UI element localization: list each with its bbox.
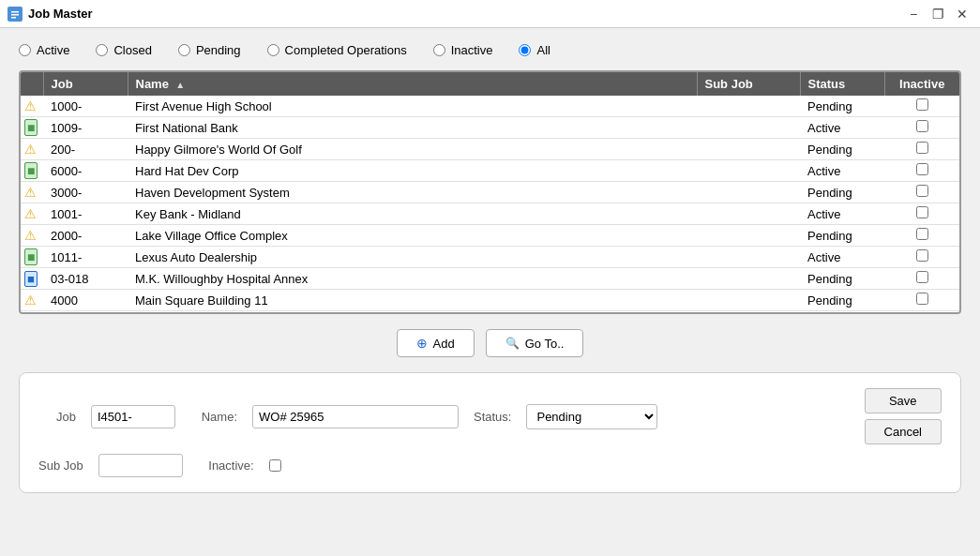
filter-active[interactable]: Active [19, 43, 69, 57]
warning-icon: ⚠ [24, 293, 37, 308]
jobs-table: Job Name ▲ Sub Job Status Inactive [21, 72, 959, 314]
name-input[interactable] [252, 405, 459, 428]
info-icon: ■ [24, 271, 38, 287]
subjob-input[interactable] [98, 454, 183, 477]
row-inactive [884, 117, 959, 139]
row-status: Active [800, 311, 884, 315]
svg-rect-1 [11, 11, 19, 13]
subjob-label: Sub Job [38, 458, 83, 473]
row-job: 1001- [43, 203, 128, 225]
row-name: Orange Retail Center [128, 311, 697, 315]
minimize-button[interactable]: − [903, 4, 924, 24]
table-row[interactable]: ⚠ 1001- Key Bank - Midland Active [21, 203, 959, 225]
row-status: Active [800, 203, 884, 225]
row-icon-cell: ⚠ [21, 290, 43, 311]
actions-row: ⊕ Add 🔍 Go To.. [19, 329, 961, 357]
row-inactive-check[interactable] [916, 185, 928, 197]
warning-icon: ⚠ [24, 142, 37, 157]
col-job[interactable]: Job [43, 72, 128, 96]
inactive-label: Inactive: [198, 458, 254, 473]
table-row[interactable]: ⚠ 2000- Lake Village Office Complex Pend… [21, 225, 959, 247]
form-panel: Job Name: Status: ActivePendingClosedCom… [19, 372, 961, 493]
filter-inactive[interactable]: Inactive [433, 43, 493, 57]
row-name: First Avenue High School [128, 96, 697, 117]
table-row[interactable]: ⚠ 200- Happy Gilmore's World Of Golf Pen… [21, 139, 959, 160]
row-status: Pending [800, 290, 884, 311]
row-icon-cell: ■ [21, 268, 43, 290]
row-job: 200- [43, 139, 128, 160]
row-inactive [884, 203, 959, 225]
restore-button[interactable]: ❐ [927, 4, 948, 24]
row-icon-cell: ⚠ [21, 96, 43, 117]
goto-button[interactable]: 🔍 Go To.. [486, 329, 584, 357]
table-row[interactable]: ■ 1011- Lexus Auto Dealership Active [21, 247, 959, 268]
row-inactive-check[interactable] [916, 163, 928, 175]
row-status: Active [800, 160, 884, 182]
jobs-table-wrapper: Job Name ▲ Sub Job Status Inactive [19, 70, 961, 314]
row-icon-cell: ■ [21, 117, 43, 139]
col-inactive[interactable]: Inactive [884, 72, 959, 96]
save-button[interactable]: Save [865, 388, 942, 413]
col-subjob[interactable]: Sub Job [697, 72, 800, 96]
row-inactive-check[interactable] [916, 142, 928, 154]
row-inactive-check[interactable] [916, 98, 928, 111]
table-row[interactable]: ⚠ 1000- First Avenue High School Pending [21, 96, 959, 117]
add-icon: ⊕ [416, 336, 428, 351]
table-row[interactable]: ⚠ 4000 Main Square Building 11 Pending [21, 290, 959, 311]
filter-all[interactable]: All [519, 43, 550, 57]
row-job: 1010- [43, 311, 128, 315]
row-name: Happy Gilmore's World Of Golf [128, 139, 697, 160]
row-subjob [697, 203, 800, 225]
row-inactive [884, 96, 959, 117]
app-icon [8, 7, 23, 22]
row-name: M.K. Willoughby Hospital Annex [128, 268, 697, 290]
row-name: Key Bank - Midland [128, 203, 697, 225]
row-inactive [884, 247, 959, 268]
table-row[interactable]: ■ 03-018 M.K. Willoughby Hospital Annex … [21, 268, 959, 290]
table-row[interactable]: ■ 1009- First National Bank Active [21, 117, 959, 139]
row-inactive [884, 290, 959, 311]
filter-completed[interactable]: Completed Operations [267, 43, 407, 57]
row-job: 1000- [43, 96, 128, 117]
row-status: Active [800, 247, 884, 268]
row-subjob [697, 290, 800, 311]
cancel-button[interactable]: Cancel [865, 419, 942, 444]
row-inactive-check[interactable] [916, 228, 928, 240]
row-name: Lake Village Office Complex [128, 225, 697, 247]
row-job: 6000- [43, 160, 128, 182]
table-row[interactable]: ⚠ 1010- Orange Retail Center Active [21, 311, 959, 315]
form-buttons: Save Cancel [865, 388, 942, 444]
col-status[interactable]: Status [800, 72, 884, 96]
row-inactive [884, 182, 959, 203]
row-name: First National Bank [128, 117, 697, 139]
row-inactive [884, 311, 959, 315]
form-top-row: Job Name: Status: ActivePendingClosedCom… [38, 388, 942, 444]
warning-icon: ⚠ [24, 185, 37, 200]
table-row[interactable]: ■ 6000- Hard Hat Dev Corp Active [21, 160, 959, 182]
filter-closed[interactable]: Closed [96, 43, 151, 57]
row-job: 2000- [43, 225, 128, 247]
table-row[interactable]: ⚠ 3000- Haven Development System Pending [21, 182, 959, 203]
row-subjob [697, 139, 800, 160]
job-input[interactable] [91, 405, 175, 428]
row-subjob [697, 117, 800, 139]
row-inactive-check[interactable] [916, 271, 928, 283]
status-select[interactable]: ActivePendingClosedCompleted OperationsI… [526, 404, 657, 429]
row-inactive-check[interactable] [916, 249, 928, 262]
row-status: Pending [800, 268, 884, 290]
filter-pending[interactable]: Pending [178, 43, 241, 57]
search-icon: 🔍 [505, 337, 520, 350]
row-inactive-check[interactable] [916, 206, 928, 218]
add-button[interactable]: ⊕ Add [397, 329, 475, 357]
row-icon-cell: ⚠ [21, 225, 43, 247]
svg-rect-3 [11, 17, 16, 19]
row-job: 4000 [43, 290, 128, 311]
row-status: Active [800, 117, 884, 139]
row-inactive [884, 160, 959, 182]
col-name[interactable]: Name ▲ [128, 72, 697, 96]
inactive-checkbox[interactable] [269, 459, 281, 472]
close-button[interactable]: ✕ [952, 4, 972, 24]
row-icon-cell: ⚠ [21, 311, 43, 315]
row-inactive-check[interactable] [916, 120, 928, 132]
row-inactive-check[interactable] [916, 293, 928, 305]
